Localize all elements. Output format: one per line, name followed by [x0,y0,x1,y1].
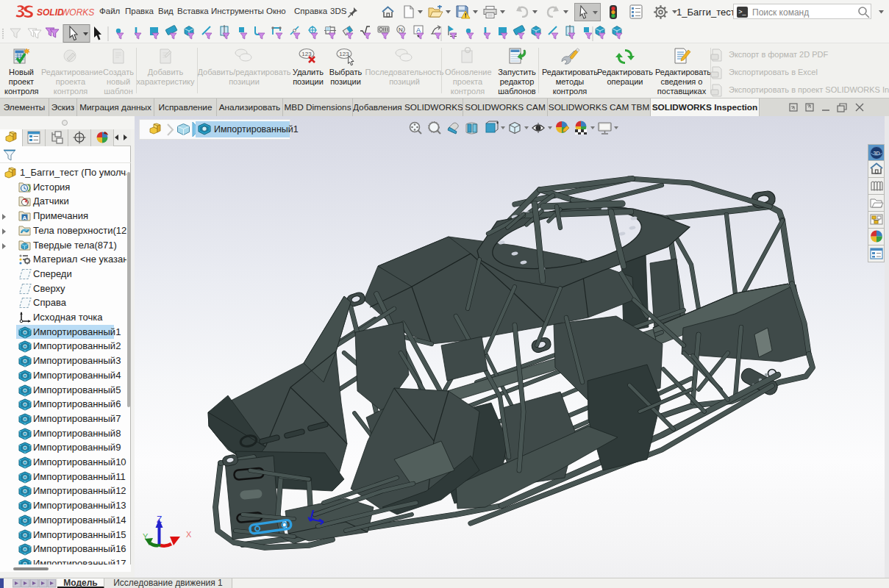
svg-text:WORKS: WORKS [61,7,94,18]
svg-text:123: 123 [301,51,312,57]
svg-text:SOLID: SOLID [37,7,64,18]
svg-text:123: 123 [339,51,349,57]
svg-text:A: A [416,26,421,34]
svg-text:N: N [399,26,403,33]
svg-text:X: X [186,530,192,539]
svg-text:A: A [23,215,27,221]
